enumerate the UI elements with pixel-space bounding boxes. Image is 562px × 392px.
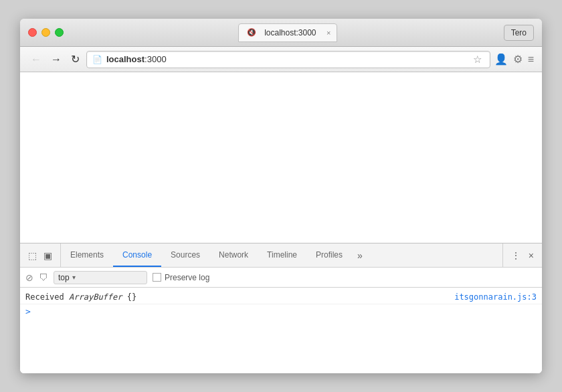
- page-icon: 📄: [92, 55, 102, 64]
- log-text-prefix: Received: [25, 292, 69, 302]
- minimize-button[interactable]: [41, 28, 50, 37]
- preserve-log-checkbox[interactable]: [153, 273, 161, 282]
- devtools-panel: ⬚ ▣ Elements Console Sources Network Tim…: [20, 243, 542, 373]
- filter-dropdown-arrow-icon[interactable]: ▾: [72, 274, 76, 281]
- devtools-kebab-icon[interactable]: ⋮: [508, 248, 523, 264]
- tab-sources[interactable]: Sources: [161, 243, 209, 267]
- browser-window: 🔇 localhost:3000 × Tero ← → ↻ 📄 localhos…: [20, 19, 542, 373]
- close-button[interactable]: [28, 28, 37, 37]
- devtools-toolbar: ⬚ ▣ Elements Console Sources Network Tim…: [20, 243, 542, 268]
- console-log-text: Received ArrayBuffer {}: [25, 292, 454, 302]
- console-log-source-link[interactable]: itsgonnarain.js:3: [454, 292, 537, 302]
- filter-input-value: top: [58, 273, 70, 282]
- maximize-button[interactable]: [55, 28, 64, 37]
- tab-profiles[interactable]: Profiles: [306, 243, 352, 267]
- back-button[interactable]: ←: [28, 52, 44, 67]
- console-content: Received ArrayBuffer {} itsgonnarain.js:…: [20, 288, 542, 373]
- tab-area: 🔇 localhost:3000 ×: [72, 23, 504, 42]
- browser-tab[interactable]: 🔇 localhost:3000 ×: [238, 23, 337, 42]
- console-filter-bar: ⊘ ⛉ top ▾ Preserve log: [20, 268, 542, 288]
- speaker-icon: 🔇: [247, 28, 256, 37]
- forward-button[interactable]: →: [48, 52, 64, 67]
- tab-timeline[interactable]: Timeline: [258, 243, 306, 267]
- devtools-tabs: Elements Console Sources Network Timelin…: [61, 243, 502, 267]
- title-bar: 🔇 localhost:3000 × Tero: [20, 19, 542, 47]
- console-input-row: >: [20, 304, 542, 318]
- tab-elements[interactable]: Elements: [61, 243, 113, 267]
- more-tabs-button[interactable]: »: [352, 243, 368, 267]
- device-mode-icon[interactable]: ▣: [41, 248, 55, 264]
- devtools-close-icon[interactable]: ×: [526, 248, 537, 264]
- nav-icons: 👤 ⚙ ≡: [494, 53, 534, 66]
- address-text: localhost:3000: [106, 54, 466, 64]
- menu-icon[interactable]: ≡: [528, 54, 534, 66]
- clear-console-icon[interactable]: ⊘: [25, 272, 33, 283]
- filter-icon[interactable]: ⛉: [39, 272, 48, 283]
- log-text-italic: ArrayBuffer: [69, 292, 122, 302]
- tab-title: localhost:3000: [264, 28, 316, 37]
- profile-button[interactable]: Tero: [504, 25, 534, 41]
- inspect-element-icon[interactable]: ⬚: [25, 248, 39, 264]
- preserve-log-label: Preserve log: [165, 273, 209, 282]
- console-filter-input[interactable]: top ▾: [54, 271, 147, 284]
- navigation-bar: ← → ↻ 📄 localhost:3000 ☆ 👤 ⚙ ≡: [20, 47, 542, 72]
- address-bar[interactable]: 📄 localhost:3000 ☆: [86, 51, 490, 68]
- tab-network[interactable]: Network: [209, 243, 258, 267]
- console-prompt: >: [25, 306, 31, 316]
- log-text-suffix: {}: [122, 292, 137, 302]
- page-content: [20, 72, 542, 243]
- title-bar-right: Tero: [504, 25, 534, 41]
- user-icon[interactable]: 👤: [494, 53, 508, 66]
- tab-console[interactable]: Console: [113, 243, 161, 267]
- devtools-actions: ⋮ ×: [502, 243, 542, 267]
- preserve-log-wrap: Preserve log: [153, 273, 209, 282]
- devtools-icons-left: ⬚ ▣: [20, 243, 61, 267]
- refresh-button[interactable]: ↻: [68, 52, 82, 67]
- tab-close-icon[interactable]: ×: [326, 29, 331, 37]
- console-log-entry: Received ArrayBuffer {} itsgonnarain.js:…: [20, 290, 542, 304]
- bookmark-star-icon[interactable]: ☆: [470, 54, 484, 66]
- traffic-lights: [28, 28, 64, 37]
- settings-icon[interactable]: ⚙: [513, 53, 523, 66]
